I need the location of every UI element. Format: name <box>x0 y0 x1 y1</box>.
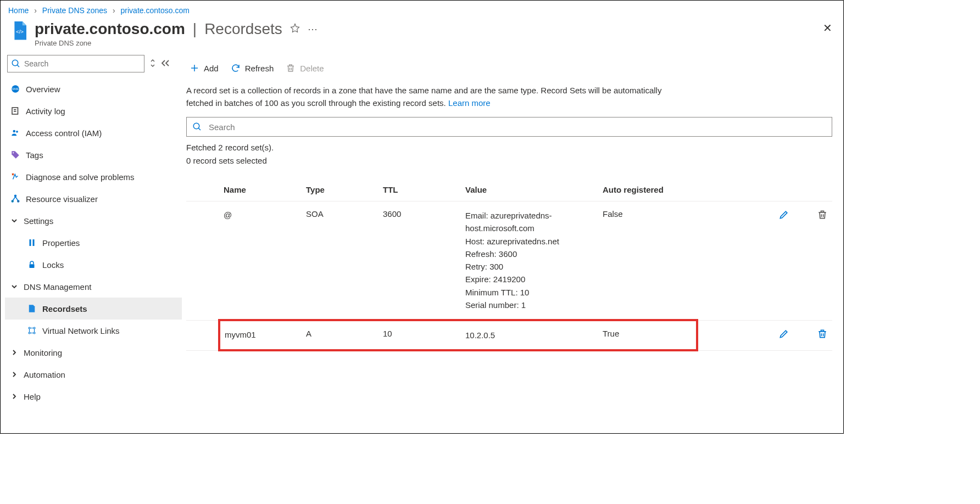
col-auto[interactable]: Auto registered <box>598 178 697 201</box>
search-icon <box>192 122 202 132</box>
sidebar-item-label: Resource visualizer <box>26 194 98 204</box>
more-menu-icon[interactable]: ⋯ <box>308 23 318 35</box>
sidebar-group-settings[interactable]: Settings <box>5 210 182 232</box>
breadcrumb-zone[interactable]: private.contoso.com <box>121 6 190 15</box>
close-button[interactable]: ✕ <box>823 21 832 35</box>
vnet-link-icon <box>27 326 37 335</box>
cell-ttl: 3600 <box>378 201 461 321</box>
sidebar-item-overview[interactable]: DNSOverview <box>5 78 182 100</box>
delete-button[interactable]: Delete <box>286 63 324 73</box>
sidebar-item-recordsets[interactable]: Recordsets <box>5 298 182 320</box>
sidebar-search[interactable] <box>7 55 144 72</box>
sidebar-item-label: Overview <box>26 85 60 94</box>
page-header: </> private.contoso.com | Recordsets ⋯ P… <box>1 17 843 55</box>
svg-line-14 <box>13 197 16 200</box>
breadcrumb-sep: › <box>113 6 115 15</box>
refresh-icon <box>231 63 241 73</box>
sidebar-group-label: Help <box>24 392 41 401</box>
col-ttl[interactable]: TTL <box>378 178 461 201</box>
sidebar-item-label: Tags <box>26 150 43 160</box>
svg-text:</>: </> <box>16 29 24 35</box>
sidebar-item-locks[interactable]: Locks <box>5 254 182 276</box>
col-name[interactable]: Name <box>219 178 302 201</box>
svg-point-27 <box>193 123 199 129</box>
svg-rect-18 <box>30 264 35 268</box>
svg-point-21 <box>29 332 30 334</box>
sidebar-item-label: Properties <box>42 238 80 248</box>
sidebar-search-input[interactable] <box>23 59 141 69</box>
favorite-star-icon[interactable] <box>290 23 300 36</box>
table-row[interactable]: @SOA3600Email: azureprivatedns-host.micr… <box>186 201 832 321</box>
cell-auto: False <box>598 201 697 321</box>
sidebar-group-dns-management[interactable]: DNS Management <box>5 276 182 298</box>
cell-type: A <box>302 320 378 350</box>
trash-icon[interactable] <box>817 328 828 339</box>
sidebar-item-diagnose[interactable]: Diagnose and solve problems <box>5 166 182 188</box>
sidebar-group-label: Automation <box>24 370 65 379</box>
svg-point-19 <box>29 327 30 329</box>
toolbar-label: Delete <box>300 64 324 73</box>
main-pane: Add Refresh Delete A record set is a col… <box>182 55 843 427</box>
sidebar-group-label: Settings <box>24 216 53 226</box>
sidebar-group-help[interactable]: Help <box>5 385 182 407</box>
sidebar-group-automation[interactable]: Automation <box>5 363 182 385</box>
cell-auto: True <box>598 320 697 350</box>
chevron-down-icon <box>10 217 18 224</box>
svg-point-20 <box>34 327 35 329</box>
recordset-search[interactable] <box>186 117 832 137</box>
sidebar-item-activity[interactable]: Activity log <box>5 100 182 122</box>
col-type[interactable]: Type <box>302 178 378 201</box>
recordset-search-input[interactable] <box>208 122 826 132</box>
edit-icon[interactable] <box>778 209 789 220</box>
recordsets-icon <box>27 304 37 313</box>
sidebar-item-label: Access control (IAM) <box>26 128 102 138</box>
sidebar-item-label: Virtual Network Links <box>42 326 120 335</box>
breadcrumb-home[interactable]: Home <box>8 6 29 15</box>
trash-icon[interactable] <box>817 209 828 220</box>
sidebar-item-vnl[interactable]: Virtual Network Links <box>5 320 182 341</box>
cell-name: @ <box>219 201 302 321</box>
toolbar: Add Refresh Delete <box>186 55 832 81</box>
sidebar-item-tags[interactable]: Tags <box>5 144 182 166</box>
svg-point-12 <box>12 200 13 202</box>
add-button[interactable]: Add <box>190 63 219 73</box>
chevron-right-icon <box>10 371 18 378</box>
sidebar-item-properties[interactable]: Properties <box>5 232 182 254</box>
edit-icon[interactable] <box>778 328 789 339</box>
sidebar-group-monitoring[interactable]: Monitoring <box>5 341 182 363</box>
page-section: Recordsets <box>204 20 282 38</box>
sidebar: DNSOverview Activity log Access control … <box>1 55 182 427</box>
search-icon <box>11 59 21 69</box>
plus-icon <box>190 63 199 73</box>
refresh-button[interactable]: Refresh <box>231 63 274 73</box>
sidebar-item-visualizer[interactable]: Resource visualizer <box>5 188 182 210</box>
collapse-sidebar-icon[interactable] <box>161 59 170 69</box>
svg-line-2 <box>17 65 19 67</box>
cell-value: Email: azureprivatedns-host.microsoft.co… <box>461 201 598 321</box>
breadcrumb-zones[interactable]: Private DNS zones <box>42 6 107 15</box>
col-value[interactable]: Value <box>461 178 598 201</box>
svg-point-1 <box>12 60 18 66</box>
cell-name: myvm01 <box>219 320 302 350</box>
tag-icon <box>10 150 20 160</box>
description-text: A record set is a collection of records … <box>186 85 664 109</box>
svg-point-22 <box>34 332 35 334</box>
lock-icon <box>27 260 37 270</box>
sidebar-item-iam[interactable]: Access control (IAM) <box>5 122 182 144</box>
people-icon <box>10 128 20 138</box>
cell-type: SOA <box>302 201 378 321</box>
svg-point-13 <box>18 200 19 202</box>
toolbar-label: Refresh <box>245 64 274 73</box>
svg-rect-16 <box>30 239 31 246</box>
table-row[interactable]: myvm01A1010.2.0.5True <box>186 320 832 350</box>
sidebar-group-label: DNS Management <box>24 282 91 292</box>
learn-more-link[interactable]: Learn more <box>448 98 491 108</box>
search-sort-icon[interactable] <box>150 59 155 69</box>
sidebar-item-label: Diagnose and solve problems <box>26 172 135 182</box>
svg-text:DNS: DNS <box>12 87 19 91</box>
sidebar-item-label: Activity log <box>26 107 65 116</box>
cell-ttl: 10 <box>378 320 461 350</box>
fetched-count: Fetched 2 record set(s). <box>186 141 832 154</box>
trash-icon <box>286 63 296 73</box>
chevron-right-icon <box>10 349 18 356</box>
